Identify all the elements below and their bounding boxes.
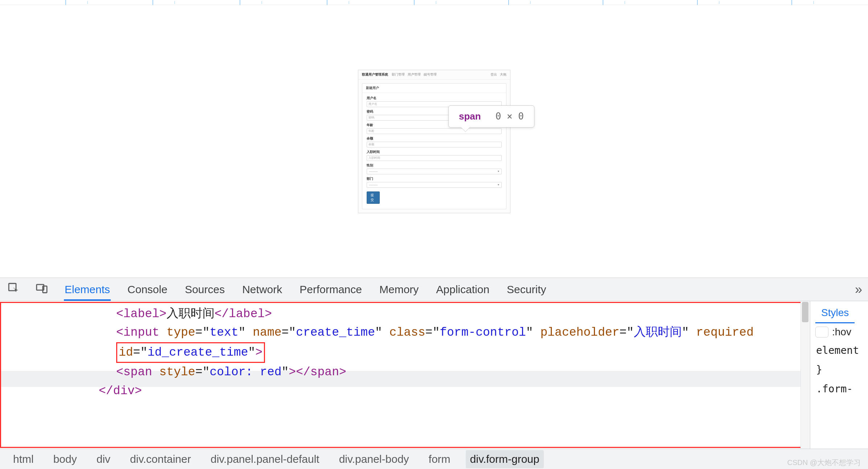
devtools: Elements Console Sources Network Perform… bbox=[0, 278, 868, 469]
crumb-form[interactable]: form bbox=[424, 450, 455, 468]
more-tabs-icon[interactable]: » bbox=[855, 282, 861, 297]
label-gender: 性别 bbox=[367, 163, 502, 168]
chevron-down-icon: ▾ bbox=[498, 170, 499, 173]
ruler bbox=[0, 0, 868, 5]
mini-panel-title: 新建用户 bbox=[362, 84, 506, 93]
hov-toggle[interactable]: :hov bbox=[832, 326, 851, 338]
tooltip-tag: span bbox=[459, 111, 481, 122]
chevron-down-icon: ▾ bbox=[498, 183, 499, 186]
select-depart[interactable]: ---------▾ bbox=[367, 182, 502, 188]
tab-sources[interactable]: Sources bbox=[184, 278, 225, 301]
input-balance[interactable]: 余额 bbox=[367, 142, 502, 147]
filter-chip[interactable] bbox=[815, 327, 828, 337]
input-create-time[interactable]: 入职时间 bbox=[367, 155, 502, 161]
tooltip-dims: 0 × 0 bbox=[496, 111, 524, 122]
breadcrumb: html body div div.container div.panel.pa… bbox=[0, 449, 868, 469]
crumb-container[interactable]: div.container bbox=[126, 450, 195, 468]
crumb-panel-body[interactable]: div.panel-body bbox=[335, 450, 413, 468]
crumb-panel[interactable]: div.panel.panel-default bbox=[206, 450, 324, 468]
elements-panel[interactable]: <label>入职时间</label> <input type="text" n… bbox=[0, 301, 810, 449]
device-toggle-icon[interactable] bbox=[36, 282, 48, 297]
mini-app: 联通用户管理系统 部门管理 用户管理 靓号管理 登出 大炮 新建用户 用户名用户… bbox=[358, 70, 510, 213]
label-depart: 部门 bbox=[367, 177, 502, 181]
tab-elements[interactable]: Elements bbox=[64, 278, 111, 301]
tab-memory[interactable]: Memory bbox=[379, 278, 419, 301]
scrollbar[interactable] bbox=[800, 301, 810, 449]
styles-tab[interactable]: Styles bbox=[815, 303, 855, 323]
tab-security[interactable]: Security bbox=[506, 278, 547, 301]
mini-nav-item[interactable]: 部门管理 bbox=[392, 72, 405, 77]
style-line: } bbox=[810, 360, 868, 379]
mini-nav-right[interactable]: 大炮 bbox=[500, 72, 506, 77]
input-age[interactable]: 年龄 bbox=[367, 128, 502, 134]
select-gender[interactable]: ---------▾ bbox=[367, 169, 502, 174]
tab-performance[interactable]: Performance bbox=[299, 278, 363, 301]
mini-nav-right[interactable]: 登出 bbox=[490, 72, 497, 77]
label-create-time: 入职时间 bbox=[367, 150, 502, 154]
crumb-html[interactable]: html bbox=[9, 450, 38, 468]
devtools-tabbar: Elements Console Sources Network Perform… bbox=[0, 278, 868, 301]
label-username: 用户名 bbox=[367, 96, 502, 101]
crumb-div[interactable]: div bbox=[92, 450, 115, 468]
tab-application[interactable]: Application bbox=[435, 278, 490, 301]
inspect-icon[interactable] bbox=[7, 282, 20, 297]
mini-nav-item[interactable]: 用户管理 bbox=[408, 72, 421, 77]
tab-network[interactable]: Network bbox=[241, 278, 283, 301]
style-line: element bbox=[810, 341, 868, 360]
element-hover-tooltip: span 0 × 0 bbox=[448, 105, 534, 128]
page-preview: 联通用户管理系统 部门管理 用户管理 靓号管理 登出 大炮 新建用户 用户名用户… bbox=[0, 5, 868, 278]
mini-brand: 联通用户管理系统 bbox=[362, 72, 388, 77]
dom-tree[interactable]: <label>入职时间</label> <input type="text" n… bbox=[116, 305, 799, 400]
tab-console[interactable]: Console bbox=[127, 278, 168, 301]
mini-navbar: 联通用户管理系统 部门管理 用户管理 靓号管理 登出 大炮 bbox=[358, 70, 510, 80]
styles-panel: Styles :hov element } .form- bbox=[810, 301, 868, 449]
submit-button[interactable]: 提 交 bbox=[367, 191, 380, 204]
mini-nav-item[interactable]: 靓号管理 bbox=[424, 72, 437, 77]
label-balance: 余额 bbox=[367, 136, 502, 141]
style-line: .form- bbox=[810, 379, 868, 399]
mini-panel: 新建用户 用户名用户名 密码密码 年龄年龄 余额余额 入职时间入职时间 性别--… bbox=[362, 83, 506, 209]
crumb-form-group[interactable]: div.form-group bbox=[466, 450, 544, 468]
crumb-body[interactable]: body bbox=[49, 450, 81, 468]
